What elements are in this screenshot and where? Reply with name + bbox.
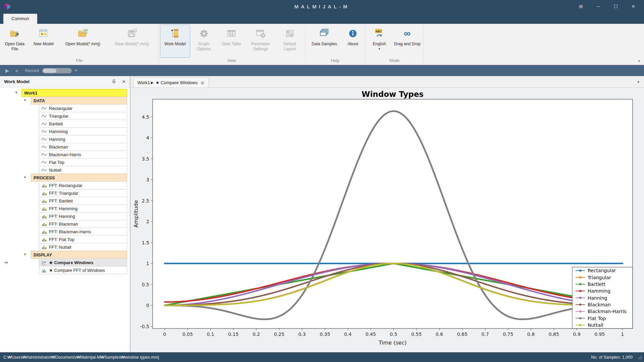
tree-label: ★ Compare FFT of Windows <box>49 268 105 273</box>
ribbon-collapse-caret[interactable]: ▴ <box>638 58 640 63</box>
current-item-arrow: ⇒ <box>4 260 8 265</box>
tree-cell[interactable]: FFT: Triangular <box>39 189 127 197</box>
record-slider[interactable] <box>42 68 72 73</box>
wave-icon <box>42 152 47 157</box>
tree-cell[interactable]: Flat Top <box>39 158 127 166</box>
tree-cell[interactable]: FFT: Blackman-Harris <box>39 228 127 236</box>
tab-close-icon[interactable]: ⊗ <box>201 80 205 85</box>
tree-cell[interactable]: Nuttall <box>39 166 127 174</box>
expand-caret[interactable]: ▾ <box>24 98 26 102</box>
tree-cell[interactable]: FFT: Hanning <box>39 212 127 220</box>
tab-label: Work1► ★ Compare Windows <box>138 80 198 85</box>
tree-cell[interactable]: Work1 <box>21 89 127 97</box>
about-button[interactable]: About <box>342 24 364 58</box>
new-model-button[interactable]: New Model <box>28 24 59 58</box>
tree-item[interactable]: Rectangular <box>0 104 130 112</box>
tree-item[interactable]: FFT: Blackman-Harris <box>0 228 130 236</box>
expand-caret[interactable]: ▾ <box>24 252 26 256</box>
work-model-button[interactable]: Work Model <box>160 24 190 58</box>
tree-cell[interactable]: FFT: Rectangular <box>39 181 127 189</box>
panel-close-icon[interactable]: ✕ <box>122 79 126 84</box>
maximize-icon[interactable]: ☐ <box>607 0 625 13</box>
tree-cell[interactable]: Blackman <box>39 143 127 151</box>
tree-item[interactable]: Hanning <box>0 135 130 143</box>
open-data-file-button[interactable]: Open Data File <box>1 24 28 58</box>
tree-label: FFT: Blackman <box>49 222 78 227</box>
english-dropdown-caret[interactable]: ▾ <box>378 47 380 51</box>
tab-compare-windows[interactable]: Work1► ★ Compare Windows ⊗ <box>133 77 209 87</box>
tree-item[interactable]: FFT: Flat Top <box>0 235 130 243</box>
tree-cell[interactable]: Blackman-Harris <box>39 150 127 159</box>
tree-item[interactable]: Triangular <box>0 112 130 120</box>
resize-grip[interactable] <box>637 355 642 360</box>
tree-cell[interactable]: FFT: Hamming <box>39 204 127 213</box>
panel-tools: ✕ <box>112 79 126 84</box>
tree-cell[interactable]: ★ Compare FFT of Windows <box>39 266 127 274</box>
tree-item[interactable]: Hamming <box>0 127 130 135</box>
tree-cell[interactable]: Bartlett <box>39 120 127 128</box>
graph-options-button: Graph Options <box>190 24 218 58</box>
open-data-file-label: Open Data File <box>3 42 26 52</box>
wave-icon <box>42 114 47 119</box>
tree-cell[interactable]: Triangular <box>39 112 127 120</box>
tree-section-data[interactable]: ▾DATA <box>0 97 130 105</box>
tab-common[interactable]: Common <box>3 14 37 24</box>
tree-cell[interactable]: Hamming <box>39 127 127 135</box>
new-model-label: New Model <box>34 42 54 47</box>
dock-layout-icon[interactable]: ⊞ <box>572 0 590 13</box>
tree-cell[interactable]: ★ Compare Windows <box>39 258 127 266</box>
tree-label: FFT: Blackman-Harris <box>49 229 91 234</box>
minimize-icon[interactable]: ─ <box>590 0 607 13</box>
data-samples-button[interactable]: Data Samples <box>307 24 342 58</box>
tree-item[interactable]: FFT: Blackman <box>0 220 130 228</box>
fft-icon <box>42 191 47 196</box>
tree-cell[interactable]: Rectangular <box>39 104 127 112</box>
graph-options-icon <box>198 28 210 39</box>
pin-icon[interactable] <box>112 79 116 84</box>
tree-label: Blackman <box>49 144 68 149</box>
chart-panel <box>130 88 644 352</box>
tree-item[interactable]: FFT: Hanning <box>0 212 130 220</box>
tree-item[interactable]: ⇒★ Compare Windows <box>0 258 130 266</box>
record-bar: ▶ ■ Record ▾ <box>0 65 644 76</box>
record-dropdown-caret[interactable]: ▾ <box>75 68 77 73</box>
tree-item[interactable]: FFT: Rectangular <box>0 181 130 189</box>
fft-icon <box>42 237 47 242</box>
parameter-settings-label: Parameter Settings <box>247 42 274 52</box>
tree-cell[interactable]: DISPLAY <box>31 251 127 259</box>
tree-item[interactable]: Nuttall <box>0 166 130 174</box>
tree-cell[interactable]: FFT: Blackman <box>39 220 127 228</box>
record-slider-knob[interactable] <box>43 69 56 73</box>
close-icon[interactable]: ✕ <box>625 0 642 13</box>
tree-item[interactable]: FFT: Hamming <box>0 204 130 213</box>
data-table-label: Data Table <box>222 42 241 47</box>
tree-cell[interactable]: Hanning <box>39 135 127 143</box>
drag-and-drop-button[interactable]: ∞ Drag and Drop <box>392 24 422 58</box>
open-model-button[interactable]: Open Model(*.mmj) <box>59 24 107 58</box>
tree-section-process[interactable]: ▾PROCESS <box>0 174 130 182</box>
parameter-settings-button: Parameter Settings <box>245 24 276 58</box>
play-icon[interactable]: ▶ <box>5 68 9 74</box>
tree-item[interactable]: Blackman <box>0 143 130 151</box>
tree-item[interactable]: Bartlett <box>0 120 130 128</box>
tree-item[interactable]: ★ Compare FFT of Windows <box>0 266 130 274</box>
tree-item[interactable]: FFT: Bartlett <box>0 197 130 205</box>
tree-node-work1[interactable]: ▾Work1 <box>0 89 130 97</box>
tree-item[interactable]: Flat Top <box>0 158 130 166</box>
tree-section-display[interactable]: ▾DISPLAY <box>0 251 130 259</box>
tree-cell[interactable]: PROCESS <box>31 174 127 182</box>
tree-item[interactable]: Blackman-Harris <box>0 150 130 159</box>
tree-cell[interactable]: DATA <box>31 97 127 105</box>
expand-caret[interactable]: ▾ <box>24 175 26 179</box>
tree-cell[interactable]: FFT: Flat Top <box>39 235 127 243</box>
stop-icon[interactable]: ■ <box>15 68 18 73</box>
tree-cell[interactable]: FFT: Nuttall <box>39 243 127 251</box>
tree-label: FFT: Nuttall <box>49 245 71 250</box>
english-language-button[interactable]: ABC English ▾ <box>367 24 392 58</box>
tree-cell[interactable]: FFT: Bartlett <box>39 197 127 205</box>
tree-item[interactable]: FFT: Nuttall <box>0 243 130 251</box>
wave-icon <box>42 168 47 173</box>
tree-item[interactable]: FFT: Triangular <box>0 189 130 197</box>
tab-list-caret[interactable]: ▾ <box>637 80 639 84</box>
expand-caret[interactable]: ▾ <box>15 90 17 94</box>
